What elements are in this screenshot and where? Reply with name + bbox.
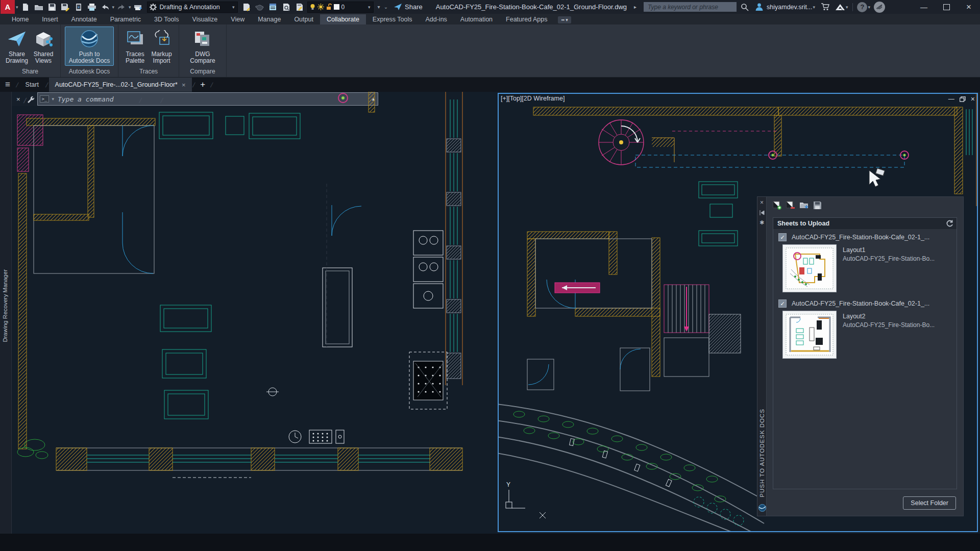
- tab-3d-tools[interactable]: 3D Tools: [148, 14, 185, 24]
- batch-plot-icon[interactable]: [132, 2, 144, 13]
- search-input[interactable]: [647, 3, 733, 11]
- ribbon-options-button[interactable]: ▪▪ ▾: [558, 16, 571, 23]
- add-sheets-icon[interactable]: [773, 201, 782, 210]
- select-folder-button[interactable]: Select Folder: [903, 496, 956, 510]
- tab-add-ins[interactable]: Add-ins: [419, 14, 453, 24]
- render-teapot-icon[interactable]: [254, 2, 266, 13]
- autodesk-logo[interactable]: [835, 4, 845, 11]
- save-sheets-icon[interactable]: [813, 201, 822, 210]
- drawing-canvas[interactable]: Drawing Recovery Manager: [0, 92, 980, 534]
- markup-import-button[interactable]: Markup Import: [149, 27, 175, 66]
- panel-label-compare[interactable]: Compare: [179, 67, 226, 77]
- workspace-switcher[interactable]: Drafting & Annotation ▾: [147, 2, 238, 13]
- sheet-checkbox[interactable]: ✓: [778, 299, 787, 308]
- username-chevron-icon[interactable]: ▾: [813, 5, 815, 10]
- shared-views-button[interactable]: Shared Views: [31, 27, 56, 66]
- viewport-restore-icon[interactable]: [960, 96, 966, 102]
- sheet-item[interactable]: ✓ AutoCAD-FY25_Fire-Station-Book-Cafe_02…: [773, 229, 957, 242]
- qat-more-chevron-icon[interactable]: ⌄: [384, 4, 388, 10]
- search-icon[interactable]: [741, 3, 749, 11]
- tab-view[interactable]: View: [224, 14, 251, 24]
- titlebar-divider: [852, 3, 853, 11]
- tab-output[interactable]: Output: [287, 14, 320, 24]
- sheet-pen-icon[interactable]: [240, 2, 253, 13]
- print-icon[interactable]: [86, 2, 98, 13]
- save-mobile-icon[interactable]: [72, 2, 85, 13]
- title-expand-arrow-icon[interactable]: ▸: [634, 4, 636, 10]
- file-tab-menu-icon[interactable]: ≡: [0, 78, 15, 92]
- left-viewport-drawing[interactable]: [11, 92, 498, 534]
- redo-icon[interactable]: [115, 2, 128, 13]
- viewport-window-controls: — ×: [948, 95, 975, 103]
- layout-item[interactable]: Layout2 AutoCAD-FY25_Fire-Station-Bo...: [773, 309, 957, 362]
- drawing-recovery-manager-bar[interactable]: Drawing Recovery Manager: [0, 92, 12, 534]
- file-tab-drawing[interactable]: AutoCAD-FY25_Fire-...02-1_Ground-Floor* …: [49, 78, 192, 92]
- document-edit-icon[interactable]: [293, 2, 306, 13]
- tab-automation[interactable]: Automation: [454, 14, 499, 24]
- tab-home[interactable]: Home: [5, 14, 35, 24]
- help-chevron-icon[interactable]: ▾: [868, 5, 870, 10]
- file-tab-bar: ≡ / Start / AutoCAD-FY25_Fire-...02-1_Gr…: [0, 78, 980, 92]
- feedback-icon[interactable]: [874, 2, 885, 13]
- search-box[interactable]: [644, 2, 737, 12]
- palette-close-icon[interactable]: ×: [760, 199, 764, 206]
- dwg-compare-button[interactable]: DWG Compare: [186, 27, 219, 66]
- viewport-minimize-icon[interactable]: —: [948, 95, 954, 103]
- panel-share: Share Drawing Shared Views Share: [0, 24, 61, 77]
- remove-sheets-icon[interactable]: [786, 201, 795, 210]
- new-drawing-tab-button[interactable]: +: [195, 78, 210, 92]
- help-button[interactable]: ?: [857, 2, 867, 12]
- layer-control[interactable]: 0 ▾: [307, 2, 374, 13]
- palette-title-strip[interactable]: × ✱ PUSH TO AUTODESK DOCS: [757, 196, 767, 516]
- cart-icon[interactable]: [821, 3, 830, 11]
- panel-label-autodesk-docs[interactable]: Autodesk Docs: [61, 67, 118, 77]
- share-drawing-button[interactable]: Share Drawing: [4, 27, 30, 66]
- undo-chevron-icon[interactable]: ▾: [112, 5, 115, 10]
- username[interactable]: shiyamdev.srit...: [767, 4, 812, 11]
- autodesk-chevron-icon[interactable]: ▾: [846, 5, 848, 10]
- refresh-icon[interactable]: [946, 220, 953, 227]
- user-icon[interactable]: [755, 3, 764, 11]
- tab-annotate[interactable]: Annotate: [65, 14, 104, 24]
- autocad-logo[interactable]: A: [1, 0, 15, 14]
- open-file-icon[interactable]: [33, 2, 45, 13]
- traces-palette-icon: [126, 28, 145, 49]
- tab-collaborate[interactable]: Collaborate: [320, 14, 366, 24]
- save-icon[interactable]: [46, 2, 58, 13]
- share-button[interactable]: Share: [394, 3, 423, 11]
- sheet-item[interactable]: ✓ AutoCAD-FY25_Fire-Station-Book-Cafe_02…: [773, 295, 957, 309]
- tab-manage[interactable]: Manage: [251, 14, 287, 24]
- undo-icon[interactable]: [99, 2, 111, 13]
- palette-properties-icon[interactable]: ✱: [760, 219, 764, 226]
- close-button[interactable]: ×: [958, 0, 980, 14]
- search-document-icon[interactable]: [280, 2, 292, 13]
- traces-palette-button[interactable]: Traces Palette: [122, 27, 148, 66]
- panel-label-traces[interactable]: Traces: [118, 67, 179, 77]
- maximize-button[interactable]: [935, 0, 958, 14]
- minimize-button[interactable]: —: [913, 0, 935, 14]
- tab-featured-apps[interactable]: Featured Apps: [499, 14, 554, 24]
- file-tab-start[interactable]: Start: [19, 78, 45, 92]
- palette-window-icon[interactable]: [267, 2, 279, 13]
- viewport-label[interactable]: [+][Top][2D Wireframe]: [501, 95, 565, 102]
- panel-label-share[interactable]: Share: [0, 67, 60, 77]
- new-file-icon[interactable]: [19, 2, 32, 13]
- tab-insert[interactable]: Insert: [35, 14, 64, 24]
- layout2-thumbnail[interactable]: [782, 311, 837, 359]
- save-as-icon[interactable]: [59, 2, 71, 13]
- tab-express-tools[interactable]: Express Tools: [366, 14, 419, 24]
- qat-customize-chevron-icon[interactable]: ▾: [378, 4, 380, 10]
- sheet-checkbox[interactable]: ✓: [778, 233, 787, 241]
- palette-autohide-icon[interactable]: [760, 210, 765, 215]
- tab-parametric[interactable]: Parametric: [104, 14, 148, 24]
- file-tab-close-icon[interactable]: ×: [182, 81, 186, 89]
- layout-item[interactable]: Layout1 AutoCAD-FY25_Fire-Station-Bo...: [773, 242, 957, 295]
- push-to-autodesk-docs-button[interactable]: Push to Autodesk Docs: [65, 27, 114, 66]
- redo-chevron-icon[interactable]: ▾: [129, 5, 131, 10]
- layout1-thumbnail[interactable]: [782, 244, 837, 292]
- open-folder-icon[interactable]: [799, 201, 809, 210]
- viewport-close-icon[interactable]: ×: [971, 95, 975, 103]
- palette-globe-icon: [758, 504, 766, 512]
- tab-visualize[interactable]: Visualize: [186, 14, 225, 24]
- logo-chevron-icon[interactable]: ▾: [16, 5, 18, 10]
